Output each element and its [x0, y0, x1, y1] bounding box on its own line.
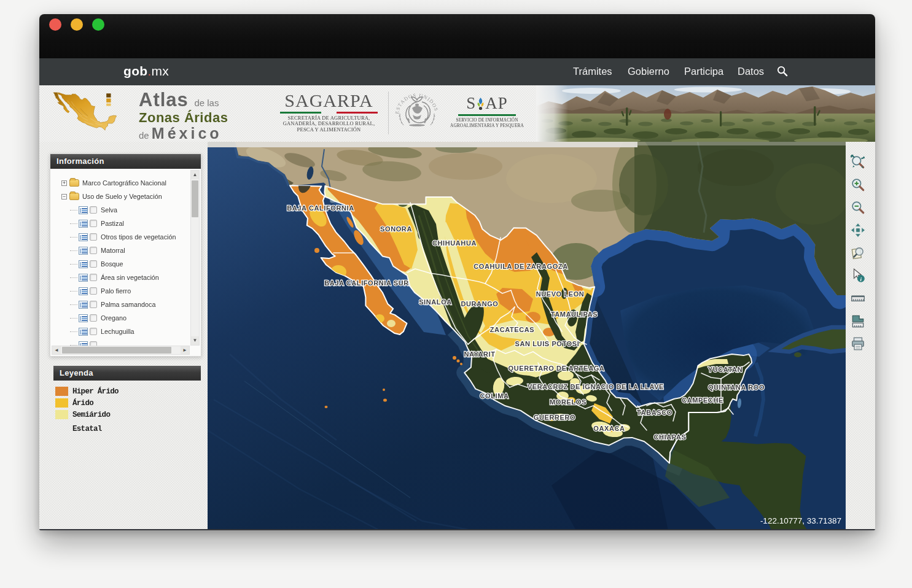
svg-text:QUINTANA ROO: QUINTANA ROO	[708, 384, 765, 391]
svg-text:SINALOA: SINALOA	[419, 298, 452, 306]
svg-text:CAMPECHE: CAMPECHE	[682, 397, 723, 404]
svg-text:NUEVO LEON: NUEVO LEON	[536, 290, 585, 298]
svg-text:ZACATECAS: ZACATECAS	[490, 326, 534, 333]
svg-text:VERACRUZ DE IGNACIO DE LA LLAV: VERACRUZ DE IGNACIO DE LA LLAVE	[528, 383, 664, 390]
svg-text:COAHUILA DE ZARAGOZA: COAHUILA DE ZARAGOZA	[474, 263, 567, 270]
svg-text:SONORA: SONORA	[380, 225, 412, 233]
svg-text:i: i	[860, 276, 862, 282]
svg-text:TABASCO: TABASCO	[637, 409, 672, 416]
svg-text:BAJA CALIFORNIA: BAJA CALIFORNIA	[287, 204, 354, 212]
svg-text:CHIHUAHUA: CHIHUAHUA	[432, 239, 477, 247]
svg-text:TAMAULIPAS: TAMAULIPAS	[551, 311, 598, 318]
svg-text:DURANGO: DURANGO	[461, 300, 498, 308]
svg-text:BAJA CALIFORNIA SUR: BAJA CALIFORNIA SUR	[324, 279, 409, 287]
svg-text:NAYARIT: NAYARIT	[464, 350, 495, 358]
svg-text:GUERRERO: GUERRERO	[534, 414, 575, 421]
svg-text:SAN LUIS POTOSI: SAN LUIS POTOSI	[515, 340, 580, 347]
svg-text:OAXACA: OAXACA	[593, 425, 625, 432]
svg-text:QUERETARO DE ARTEAGA: QUERETARO DE ARTEAGA	[509, 365, 605, 372]
svg-text:COLIMA: COLIMA	[480, 392, 509, 400]
svg-text:MORELOS: MORELOS	[550, 398, 587, 406]
svg-text:YUCATAN: YUCATAN	[708, 366, 742, 373]
svg-text:-122.10777, 33.71387: -122.10777, 33.71387	[760, 516, 841, 525]
svg-text:CHIAPAS: CHIAPAS	[654, 433, 687, 441]
